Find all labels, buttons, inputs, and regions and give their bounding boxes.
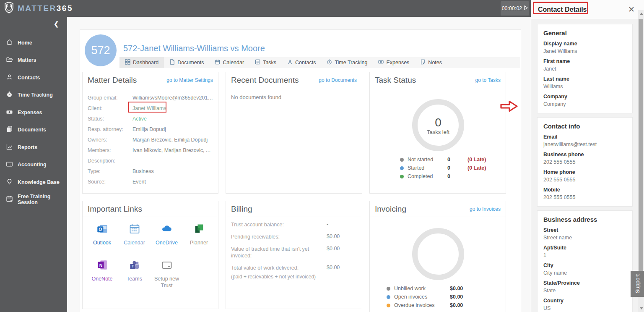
detail-row: Owners:Marijan Brezovic, Emilija Dopudj (88, 134, 213, 145)
contact-section-general: General Display name Janet Williams Firs… (537, 24, 633, 113)
legend-dot (400, 166, 404, 170)
detail-row: Members:Ivan Mikovic, Marijan Brezovic, … (88, 145, 213, 155)
billing-row: Pending receivables:$0.00 (231, 233, 357, 240)
trust-card-icon (161, 259, 173, 275)
matter-details-card: Matter Details go to Matter Settings Gro… (82, 72, 218, 194)
go-to-documents-link[interactable]: go to Documents (319, 77, 357, 83)
client-name-link[interactable]: Janet Williams (132, 105, 166, 111)
sidebar-item-matters[interactable]: Matters (0, 52, 67, 69)
status-badge: Active (132, 116, 147, 122)
svg-text:T: T (132, 264, 134, 268)
link-onenote[interactable]: N OneNote (86, 259, 118, 289)
panel-scrollbar-thumb[interactable] (639, 19, 643, 296)
task-status-card: Task Status go to Tasks 0 Tasks left Not… (369, 72, 506, 194)
scrollbar-down-arrow[interactable] (640, 307, 643, 309)
calendar-app-icon (129, 223, 140, 239)
detail-row: Client:Janet Williams (88, 103, 213, 113)
home-icon (6, 39, 18, 47)
timer-value: 00:00:02 (502, 5, 522, 11)
tab-calendar[interactable]: Calendar (209, 57, 249, 68)
detail-row: Description: (88, 155, 213, 166)
tab-time-tracking[interactable]: Time Tracking (321, 57, 373, 68)
play-icon[interactable] (524, 5, 528, 11)
note-icon (420, 59, 426, 66)
onedrive-cloud-icon (161, 223, 173, 239)
legend-dot (400, 158, 404, 162)
sidebar-nav: ❮ Home Matters Contacts Time Tracking Ex… (0, 17, 67, 312)
billing-row: Trust account balance:- (231, 221, 357, 228)
person-icon (6, 73, 18, 82)
legend-not-started: Not started 0 (0 Late) (370, 155, 506, 164)
no-documents-text: No documents found (226, 88, 362, 106)
important-links-card: Important Links O Outlook Calendar OneDr… (82, 201, 218, 309)
link-teams[interactable]: T Teams (118, 259, 151, 289)
sidebar-item-contacts[interactable]: Contacts (0, 69, 67, 87)
support-tab[interactable]: Support (631, 271, 644, 297)
sidebar-item-documents[interactable]: Documents (0, 121, 67, 139)
legend-dot (387, 304, 390, 307)
billing-row: Value of tracked time that isn't yet inv… (231, 246, 357, 259)
chart-icon-reports[interactable]: Reports (0, 139, 67, 156)
tasks-left-count: 0 (370, 116, 506, 129)
tab-contacts[interactable]: Contacts (282, 57, 321, 68)
recent-documents-title: Recent Documents (231, 76, 299, 85)
link-onedrive[interactable]: OneDrive (151, 223, 183, 253)
contact-section-business-address: Business address Street Street name Apt/… (537, 210, 633, 312)
svg-text:N: N (99, 263, 102, 268)
detail-row: Group email:WilliamsvsMoore@m365dev2019.… (88, 92, 213, 103)
important-links-title: Important Links (88, 205, 142, 214)
billing-card: Billing Trust account balance:- Pending … (226, 201, 362, 309)
contact-section-contact-info: Contact info Email janetwilliams@test.te… (537, 117, 633, 207)
svg-text:O: O (99, 227, 102, 232)
sidebar-item-expenses[interactable]: Expenses (0, 104, 67, 121)
line-chart-icon (6, 143, 18, 152)
link-setup-trust[interactable]: Setup new Trust (151, 259, 183, 289)
outlook-icon: O (96, 223, 108, 239)
legend-overdue-invoices: Overdue invoices $0.00 (370, 301, 506, 309)
billing-note: (paid + recievables + not yet invoiced) (231, 274, 357, 280)
lightbulb-icon (6, 178, 18, 186)
detail-row: Resp. attorney:Emilija Dopudj (88, 124, 213, 134)
go-to-matter-settings-link[interactable]: go to Matter Settings (166, 77, 213, 83)
calendar-star-icon (6, 195, 18, 204)
banknote-icon (6, 108, 18, 117)
clock-icon (327, 59, 332, 66)
sidebar-item-free-training[interactable]: Free Training Session (0, 191, 67, 209)
tasks-left-label: Tasks left (370, 129, 506, 135)
go-to-tasks-link[interactable]: go to Tasks (475, 77, 501, 83)
go-to-invoices-link[interactable]: go to Invoices (470, 206, 501, 212)
tab-documents[interactable]: Documents (164, 57, 209, 68)
contact-details-panel: Contact Details ✕ General Display name J… (531, 0, 644, 312)
tab-expenses[interactable]: Expenses (373, 57, 415, 68)
link-outlook[interactable]: O Outlook (86, 223, 118, 253)
legend-dot (400, 175, 404, 178)
scrollbar-up-arrow[interactable] (640, 13, 643, 15)
banknote-icon (378, 59, 384, 66)
card-icon (6, 160, 18, 169)
legend-open-invoices: Open invoices $0.00 (370, 293, 506, 301)
folder-icon (6, 56, 18, 64)
tab-dashboard[interactable]: Dashboard (119, 57, 164, 68)
page-icon (169, 59, 175, 66)
matter-tabs: Dashboard Documents Calendar Tasks Conta… (119, 57, 520, 68)
sidebar-collapse-icon[interactable]: ❮ (54, 21, 59, 27)
link-planner[interactable]: Planner (183, 223, 215, 253)
legend-dot (387, 295, 390, 299)
invoicing-card: Invoicing go to Invoices Unbilled work $… (369, 201, 506, 312)
detail-row: Status:Active (88, 113, 213, 124)
close-icon[interactable]: ✕ (628, 5, 635, 14)
timer-widget[interactable]: 00:00:02 (501, 1, 529, 16)
tab-notes[interactable]: Notes (415, 57, 447, 68)
sidebar-item-knowledge-base[interactable]: Knowledge Base (0, 173, 67, 191)
matter-title: 572-Janet Williams-Williams vs Moore (123, 44, 265, 53)
legend-unbilled-work: Unbilled work $0.00 (370, 284, 506, 293)
sidebar-item-accounting[interactable]: Accounting (0, 156, 67, 174)
sidebar-item-home[interactable]: Home (0, 34, 67, 52)
legend-completed: Completed 0 (370, 172, 506, 181)
tab-tasks[interactable]: Tasks (249, 57, 282, 68)
sidebar-item-time-tracking[interactable]: Time Tracking (0, 87, 67, 104)
link-calendar[interactable]: Calendar (118, 223, 151, 253)
shield-logo-icon (4, 2, 14, 16)
billing-title: Billing (231, 205, 252, 214)
task-list-icon (255, 59, 260, 66)
